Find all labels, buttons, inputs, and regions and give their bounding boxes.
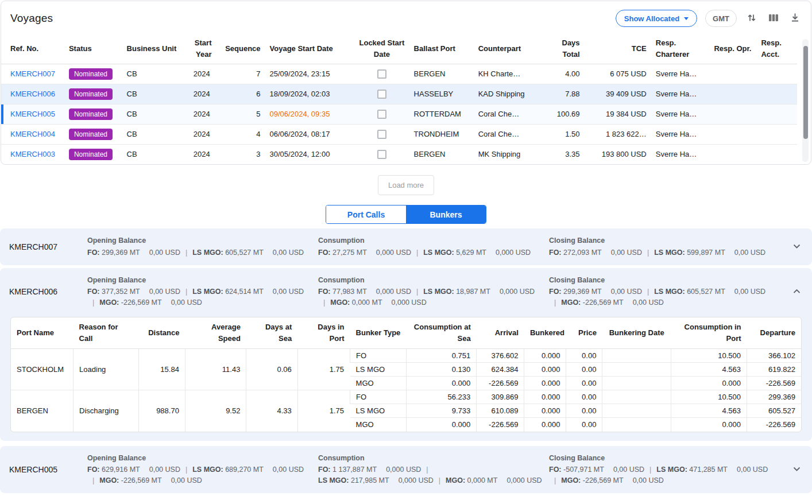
cell-resp-opr: [709, 64, 756, 84]
consumption: Consumption FO: 27,275 MT0,000 USD | LS …: [318, 234, 544, 259]
voyage-row[interactable]: KMERCH006 Nominated CB 2024 6 18/09/2024…: [1, 84, 797, 104]
locked-start-date-checkbox[interactable]: [377, 90, 386, 99]
cell-bunker-type: MGO: [350, 418, 407, 432]
bunker-panel-header[interactable]: KMERCH006 Opening Balance FO: 377,352 MT…: [9, 274, 803, 309]
balance-item: LS MGO: 5,629 MT0,000 USD: [423, 247, 531, 258]
cell-bunkered: 0.000: [524, 363, 566, 377]
voyage-row[interactable]: KMERCH003 Nominated CB 2024 3 30/05/2024…: [1, 144, 797, 164]
cell-bunkered: 0.000: [524, 377, 566, 390]
voyage-ref-link[interactable]: KMERCH005: [10, 110, 55, 118]
cell-cons-port: 10.500: [671, 349, 747, 363]
voyage-ref-link[interactable]: KMERCH004: [10, 130, 55, 138]
collapse-chevron-button[interactable]: [791, 285, 803, 298]
cell-cons-sea: 0.751: [407, 349, 477, 363]
cell-port-name: BERGEN: [11, 390, 74, 432]
locked-start-date-checkbox[interactable]: [377, 150, 386, 159]
cell-bunker-type: LS MGO: [350, 363, 407, 377]
voyage-row-selected[interactable]: KMERCH005 Nominated CB 2024 5 09/06/2024…: [1, 104, 797, 124]
sort-button[interactable]: [745, 11, 759, 26]
tab-port-calls[interactable]: Port Calls: [326, 206, 406, 223]
expand-chevron-button[interactable]: [791, 463, 803, 476]
cell-start-date: 30/05/2024, 12:00: [265, 144, 355, 164]
closing-balance: Closing Balance FO: 272,093 MT0,00 USD |…: [549, 234, 775, 259]
separator: |: [647, 247, 649, 258]
separator: |: [416, 247, 418, 258]
cell-bunkered: 0.000: [524, 349, 566, 363]
cell-resp-charterer: Sverre Ha…: [651, 104, 710, 124]
cell-resp-opr: [709, 144, 756, 164]
bunker-panel: KMERCH007 Opening Balance FO: 299,369 MT…: [0, 228, 812, 265]
cell-tce: 19 384 USD: [585, 104, 651, 124]
cell-departure: 619.822: [747, 363, 801, 377]
balance-item: LS MGO: 18,987 MT0,000 USD: [423, 286, 535, 297]
locked-start-date-checkbox[interactable]: [377, 69, 386, 79]
cell-departure: 299.369: [747, 390, 801, 404]
cell-cons-port: 4.563: [671, 363, 747, 377]
tab-bunkers[interactable]: Bunkers: [406, 206, 486, 223]
cell-port-name: STOCKHOLM: [11, 349, 74, 390]
timezone-button[interactable]: GMT: [705, 10, 737, 27]
balance-item: MGO: 0,000 MT0,000 USD: [330, 297, 426, 308]
cell-bunkering-date: [602, 363, 671, 377]
cell-price: 0.00: [566, 418, 602, 432]
col-status: Status: [64, 34, 122, 64]
voyage-ref-link[interactable]: KMERCH003: [10, 150, 55, 158]
cell-arrival: 309.869: [477, 390, 524, 404]
consumption: Consumption FO: 77,983 MT0,000 USD | LS …: [318, 274, 544, 309]
cell-bunker-type: LS MGO: [350, 404, 407, 418]
balance-item: FO: 77,983 MT0,000 USD: [318, 286, 411, 297]
chevron-down-icon: [793, 465, 801, 474]
cell-resp-charterer: Sverre Ha…: [651, 144, 710, 164]
balance-title: Closing Balance: [549, 453, 775, 464]
cell-start-date: 25/09/2024, 23:15: [265, 64, 355, 84]
bunker-panel-header[interactable]: KMERCH007 Opening Balance FO: 299,369 MT…: [9, 234, 803, 259]
balance-title: Consumption: [318, 453, 544, 464]
cell-avg-speed: 9.52: [185, 390, 246, 432]
show-allocated-dropdown[interactable]: Show Allocated: [616, 10, 697, 27]
load-more-button[interactable]: Load more: [378, 175, 434, 195]
cell-avg-speed: 11.43: [185, 349, 246, 390]
balance-item: FO: -507,971 MT0,00 USD: [549, 464, 644, 475]
opening-balance: Opening Balance FO: 299,369 MT0,00 USD |…: [87, 234, 314, 259]
col-sequence: Sequence: [216, 34, 265, 64]
cell-days-in-port: 1.75: [297, 390, 350, 432]
columns-button[interactable]: [767, 11, 780, 26]
separator: |: [323, 297, 325, 308]
balance-title: Opening Balance: [87, 275, 314, 286]
col-departure: Departure: [747, 317, 801, 349]
cell-tce: 1 823 622…: [585, 124, 651, 144]
cell-arrival: 624.384: [477, 363, 524, 377]
col-resp-opr: Resp. Opr.: [709, 34, 756, 64]
page-title: Voyages: [10, 12, 53, 25]
voyage-ref-link[interactable]: KMERCH006: [10, 90, 55, 98]
bunker-panel: KMERCH005 Opening Balance FO: 629,916 MT…: [0, 446, 812, 493]
cell-business-unit: CB: [122, 124, 189, 144]
balance-item: MGO: -226,569 MT0,00 USD: [561, 475, 664, 486]
balance-item: LS MGO: 471,285 MT0,00 USD: [656, 464, 768, 475]
port-bunker-table: Port Name Reason for Call Distance Avera…: [11, 317, 801, 432]
download-button[interactable]: [788, 11, 802, 26]
scrollbar-thumb[interactable]: [803, 46, 808, 139]
cell-bunkering-date: [602, 349, 671, 363]
voyage-row[interactable]: KMERCH007 Nominated CB 2024 7 25/09/2024…: [1, 64, 797, 84]
cell-reason: Discharging: [74, 390, 139, 432]
cell-cons-sea: 9.733: [407, 404, 477, 418]
cell-resp-opr: [709, 104, 756, 124]
voyage-ref-link[interactable]: KMERCH007: [10, 69, 55, 78]
col-arrival: Arrival: [477, 317, 524, 349]
status-badge: Nominated: [69, 108, 113, 120]
tab-group: Port Calls Bunkers: [326, 205, 486, 224]
voyages-table: Ref. No. Status Business Unit Start Year…: [1, 34, 797, 164]
balance-item: LS MGO: 624,514 MT0,00 USD: [192, 286, 304, 297]
bunker-panel-header[interactable]: KMERCH005 Opening Balance FO: 629,916 MT…: [9, 452, 803, 487]
locked-start-date-checkbox[interactable]: [377, 130, 386, 139]
cell-business-unit: CB: [122, 84, 189, 104]
balance-item: MGO: -226,569 MT0,00 USD: [561, 297, 664, 308]
balance-item: FO: 299,369 MT0,00 USD: [549, 286, 642, 297]
expand-chevron-button[interactable]: [791, 240, 803, 253]
vertical-scrollbar[interactable]: [802, 39, 809, 162]
locked-start-date-checkbox[interactable]: [377, 110, 386, 119]
voyage-row[interactable]: KMERCH004 Nominated CB 2024 4 06/06/2024…: [1, 124, 797, 144]
opening-balance: Opening Balance FO: 377,352 MT0,00 USD |…: [87, 274, 314, 309]
download-icon: [790, 12, 801, 25]
